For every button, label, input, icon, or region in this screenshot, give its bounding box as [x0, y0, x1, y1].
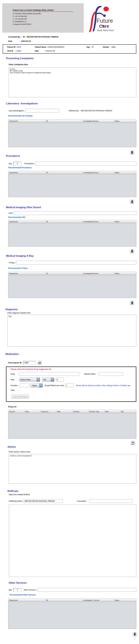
company-number: Company No.8417652-2	[13, 23, 73, 26]
other-services-input[interactable]	[38, 588, 136, 592]
complaints-textarea[interactable]: pt seen BP 135/83 mmHg Xray of thoracic …	[9, 68, 136, 97]
way-label: Way :	[10, 379, 18, 381]
procedures-trash-row	[0, 200, 139, 204]
patient-id-value: 6141	[17, 46, 21, 48]
recommended-procedures-link[interactable]: Recommended Procedures	[8, 166, 32, 169]
recommended-uss-link[interactable]: Recommended USS	[8, 216, 25, 218]
company-title-main: Future Care	[13, 9, 24, 11]
drug-list-table: Drug ID Drug Fequency Way Duration Durat…	[8, 410, 136, 439]
trash-icon	[131, 302, 133, 304]
xray-table-body[interactable]	[8, 275, 136, 298]
other-services-qty-label: Qty :	[9, 589, 13, 591]
patient-info-box: Patient ID :6141 Patient Name :LEWIS MUS…	[3, 44, 136, 54]
lab-trash-row	[0, 150, 139, 154]
frequency-select[interactable]: OD	[42, 378, 54, 382]
total-label: Total :	[10, 389, 18, 391]
times-input[interactable]	[56, 378, 64, 382]
procedures-input[interactable]	[36, 162, 136, 166]
duration-type-select[interactable]: Day/s	[31, 384, 43, 388]
uss-table-header: Department ID Investigation/Service Stat…	[8, 220, 136, 223]
visit-id-label: Visit ID :	[7, 50, 16, 52]
other-services-qty-input[interactable]	[13, 588, 22, 592]
other-services-table-body[interactable]	[8, 602, 136, 629]
procedures-row: Qty : Procedures :	[9, 162, 139, 166]
special-notes-input[interactable]	[99, 372, 123, 376]
clear-xray-button[interactable]	[130, 301, 134, 305]
clear-drug-list-button[interactable]	[131, 441, 135, 445]
xray-label: X-Rays :	[9, 262, 16, 264]
uss-input[interactable]	[14, 211, 136, 215]
lab-investigation-row: Lab Investingation : Reffered By : ORITS…	[9, 109, 139, 112]
dropdown-arrow-icon	[36, 378, 40, 382]
procedures-table: Department ID Investigation/Service Stat…	[8, 171, 136, 197]
duration-row: Duration : Day/s Drugs/Tablets per meal …	[10, 384, 136, 388]
other-col-id: ID	[46, 599, 82, 602]
drug-input[interactable]	[20, 372, 79, 376]
referring-doctor-input[interactable]	[24, 499, 63, 503]
patient-id-label: Patient ID :	[7, 46, 16, 48]
uss-table-body[interactable]	[8, 223, 136, 246]
procedures-qty-input[interactable]	[13, 162, 21, 166]
lab-table-body[interactable]	[8, 123, 136, 147]
drug-row: Drug : Special Notes :	[10, 372, 136, 376]
procedures-table-header: Department ID Investigation/Service Stat…	[8, 171, 136, 174]
xray-col-id: ID	[46, 272, 82, 275]
consult-date-label: Date :	[8, 40, 21, 42]
other-services-table-header: Department ID Investigation / Service St…	[8, 599, 136, 602]
consulted-by-value: Dr. ORITSETSETOS RAPHAEL PINNICK	[23, 36, 58, 38]
lab-table: Department ID Investigation/Service Stat…	[8, 120, 136, 147]
clear-lab-button[interactable]	[130, 150, 134, 154]
clear-procedures-button[interactable]	[130, 200, 134, 204]
duration-type-selected-value: Day/s	[32, 384, 37, 386]
xray-table: Department ID Investigation/Service Stat…	[8, 272, 136, 298]
uss-col-investigation: Investigation/Service	[82, 220, 114, 223]
procedures-table-body[interactable]	[8, 174, 136, 197]
logo-text-future: Future	[96, 18, 113, 24]
drug-col-way: Way	[56, 410, 72, 413]
diagnosis-textarea[interactable]: ISQ	[8, 315, 136, 347]
prescription-id-input[interactable]	[23, 361, 36, 364]
logo-graphic: Future Care Body Mind Soul	[84, 3, 122, 32]
dropdown-arrow-icon	[39, 384, 42, 387]
recommended-other-services-link[interactable]: Recommended Other Services	[10, 594, 36, 596]
drug-list-body[interactable]	[8, 413, 136, 438]
referred-by-label: Reffered By :	[69, 110, 81, 112]
lab-col-id: ID	[46, 120, 82, 122]
other-col-investigation: Investigation / Service	[82, 599, 114, 602]
duration-input[interactable]	[20, 384, 30, 387]
uss-row: USS :	[9, 211, 139, 215]
per-meal-input[interactable]	[65, 384, 74, 387]
way-row: Way : Before Meal OD	[10, 378, 136, 382]
clear-uss-button[interactable]	[130, 249, 134, 253]
company-title: Future Care by Future Holdings (Pty) Lim…	[13, 9, 73, 11]
procedures-title: Procedures	[6, 154, 139, 158]
refresh-icon	[38, 361, 41, 364]
consultant-input[interactable]	[90, 499, 132, 503]
recommended-lab-testings-link[interactable]: Recommended Lab Testings	[8, 115, 32, 117]
referral-list-box[interactable]	[9, 504, 136, 577]
visit-id-value: 11663	[16, 50, 21, 52]
referring-doctor-label: Reffering Doctor	[9, 500, 23, 502]
prescription-id-label: Prescription ID :	[8, 362, 23, 364]
clear-other-services-button[interactable]	[133, 632, 137, 636]
trash-icon	[134, 633, 136, 636]
way-select[interactable]: Before Meal	[19, 378, 40, 382]
lab-investigation-input[interactable]	[26, 109, 59, 112]
visit-date-value: 2024-03-16	[46, 50, 55, 52]
company-address: Le Chainter,Victoria,Mahe,Seychelles	[13, 12, 73, 15]
drug-col-frequency: Fequency	[40, 410, 56, 413]
refresh-prescription-button[interactable]	[38, 360, 42, 365]
xray-input[interactable]	[16, 261, 136, 264]
advice-label: Enter Doctor's Advice Here	[9, 451, 139, 453]
company-email: E: jude@future.sc	[13, 20, 73, 23]
complaints-label: Enter Complaints Here	[9, 64, 139, 66]
patient-name-value: LEWIS MUSHONGA	[48, 46, 64, 48]
dropdown-arrow-icon	[51, 378, 54, 382]
company-title-rest: Future Holdings (Pty) Limited	[26, 9, 54, 11]
consulted-by-row: Consulted By : Dr. ORITSETSETOS RAPHAEL …	[8, 36, 139, 38]
add-drug-button[interactable]: Add Drug	[11, 394, 29, 399]
advice-textarea[interactable]: continue current management	[9, 454, 136, 484]
company-title-by: by	[24, 10, 26, 11]
recommended-xray-link[interactable]: Recommended X-Rays	[8, 267, 28, 269]
age-value: 37	[92, 46, 94, 48]
